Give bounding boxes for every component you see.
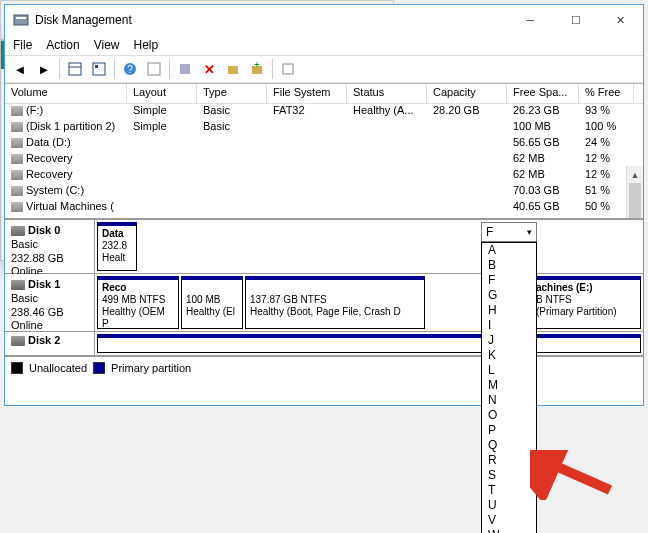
combo-option[interactable]: Q xyxy=(482,438,536,453)
window-title: Disk Management xyxy=(35,13,132,27)
combo-option[interactable]: O xyxy=(482,408,536,423)
menu-bar: File Action View Help xyxy=(5,35,643,55)
combo-option[interactable]: N xyxy=(482,393,536,408)
col-layout[interactable]: Layout xyxy=(127,84,197,103)
properties-button[interactable] xyxy=(88,58,110,80)
combo-option[interactable]: B xyxy=(482,258,536,273)
partition[interactable]: 137.87 GB NTFSHealthy (Boot, Page File, … xyxy=(245,276,425,329)
svg-rect-13 xyxy=(283,64,293,74)
combo-option[interactable]: S xyxy=(482,468,536,483)
part-sub: 232.8 xyxy=(102,240,127,251)
menu-file[interactable]: File xyxy=(13,38,32,52)
legend-primary-swatch xyxy=(93,362,105,374)
combo-option[interactable]: J xyxy=(482,333,536,348)
menu-view[interactable]: View xyxy=(94,38,120,52)
app-icon xyxy=(13,12,29,28)
menu-help[interactable]: Help xyxy=(134,38,159,52)
disk-label-1[interactable]: Disk 1 Basic 238.46 GB Online xyxy=(5,274,95,331)
svg-rect-1 xyxy=(16,17,26,19)
disk-label-0[interactable]: Disk 0 Basic 232.88 GB Online xyxy=(5,220,95,273)
volume-row[interactable]: System (C:)70.03 GB51 % xyxy=(5,184,643,200)
disk-area: Disk 0 Basic 232.88 GB Online Data 232.8… xyxy=(5,218,643,383)
titlebar[interactable]: Disk Management ─ ☐ ✕ xyxy=(5,5,643,35)
col-capacity[interactable]: Capacity xyxy=(427,84,507,103)
chevron-down-icon: ▾ xyxy=(527,227,532,237)
svg-line-14 xyxy=(542,460,610,490)
view-button[interactable] xyxy=(64,58,86,80)
volume-row[interactable]: Data (D:)56.65 GB24 % xyxy=(5,136,643,152)
drive-letter-dropdown[interactable]: ABFGHIJKLMNOPQRSTUVWXYZ xyxy=(481,242,537,533)
action1-button[interactable] xyxy=(222,58,244,80)
svg-rect-0 xyxy=(14,15,28,25)
disk-row-0: Disk 0 Basic 232.88 GB Online Data 232.8… xyxy=(5,220,643,274)
forward-button[interactable]: ► xyxy=(33,58,55,80)
combo-option[interactable]: V xyxy=(482,513,536,528)
volume-row[interactable]: (F:)SimpleBasicFAT32Healthy (A...28.20 G… xyxy=(5,104,643,120)
disk-icon xyxy=(11,226,25,236)
col-status[interactable]: Status xyxy=(347,84,427,103)
action2-button[interactable]: + xyxy=(246,58,268,80)
drive-letter-combo[interactable]: F ▾ xyxy=(481,222,537,242)
scroll-thumb[interactable] xyxy=(629,183,641,218)
grid-scrollbar[interactable]: ▲ ▼ xyxy=(626,166,643,218)
volume-row[interactable]: Virtual Machines (40.65 GB50 % xyxy=(5,200,643,216)
partition[interactable] xyxy=(97,334,641,353)
back-button[interactable]: ◄ xyxy=(9,58,31,80)
settings-button[interactable] xyxy=(174,58,196,80)
partition[interactable]: Reco499 MB NTFSHealthy (OEM P xyxy=(97,276,179,329)
partition[interactable]: 100 MBHealthy (El xyxy=(181,276,243,329)
combo-option[interactable]: T xyxy=(482,483,536,498)
maximize-button[interactable]: ☐ xyxy=(553,5,598,35)
combo-option[interactable]: U xyxy=(482,498,536,513)
svg-rect-9 xyxy=(180,64,190,74)
annotation-arrow xyxy=(530,450,620,500)
disk-type: Basic xyxy=(11,238,88,252)
volume-grid: Volume Layout Type File System Status Ca… xyxy=(5,83,643,218)
combo-option[interactable]: L xyxy=(482,363,536,378)
svg-text:?: ? xyxy=(127,64,133,75)
disk-label-2[interactable]: Disk 2 xyxy=(5,332,95,355)
legend-unalloc-swatch xyxy=(11,362,23,374)
action3-button[interactable] xyxy=(277,58,299,80)
svg-text:+: + xyxy=(254,62,260,70)
col-volume[interactable]: Volume xyxy=(5,84,127,103)
disk-row-1: Disk 1 Basic 238.46 GB Online Reco499 MB… xyxy=(5,274,643,332)
partition[interactable]: Data 232.8 Healt xyxy=(97,222,137,271)
disk-state: Online xyxy=(11,319,88,333)
combo-option[interactable]: H xyxy=(482,303,536,318)
combo-option[interactable]: I xyxy=(482,318,536,333)
combo-option[interactable]: F xyxy=(482,273,536,288)
disk-size: 238.46 GB xyxy=(11,306,88,320)
col-type[interactable]: Type xyxy=(197,84,267,103)
col-free[interactable]: Free Spa... xyxy=(507,84,579,103)
refresh-button[interactable] xyxy=(143,58,165,80)
menu-action[interactable]: Action xyxy=(46,38,79,52)
combo-option[interactable]: G xyxy=(482,288,536,303)
legend: Unallocated Primary partition xyxy=(5,356,643,378)
col-pct[interactable]: % Free xyxy=(579,84,634,103)
partition[interactable]: achines (E:)B NTFS(Primary Partition) xyxy=(531,276,641,329)
combo-option[interactable]: A xyxy=(482,243,536,258)
minimize-button[interactable]: ─ xyxy=(508,5,553,35)
disk-size: 232.88 GB xyxy=(11,252,88,266)
disk-management-window: Disk Management ─ ☐ ✕ File Action View H… xyxy=(4,4,644,406)
volume-row[interactable]: Recovery62 MB12 % xyxy=(5,152,643,168)
disk-name: Disk 0 xyxy=(28,224,60,238)
combo-option[interactable]: R xyxy=(482,453,536,468)
volume-row[interactable]: Recovery62 MB12 % xyxy=(5,168,643,184)
disk-type: Basic xyxy=(11,292,88,306)
combo-value: F xyxy=(486,225,493,239)
combo-option[interactable]: K xyxy=(482,348,536,363)
help-button[interactable]: ? xyxy=(119,58,141,80)
combo-option[interactable]: P xyxy=(482,423,536,438)
svg-rect-10 xyxy=(228,66,238,74)
scroll-up-icon[interactable]: ▲ xyxy=(627,166,643,183)
delete-button[interactable]: ✕ xyxy=(198,58,220,80)
col-fs[interactable]: File System xyxy=(267,84,347,103)
combo-option[interactable]: M xyxy=(482,378,536,393)
svg-rect-2 xyxy=(69,63,81,75)
svg-rect-5 xyxy=(95,65,98,68)
close-button[interactable]: ✕ xyxy=(598,5,643,35)
volume-row[interactable]: (Disk 1 partition 2)SimpleBasic100 MB100… xyxy=(5,120,643,136)
combo-option[interactable]: W xyxy=(482,528,536,533)
